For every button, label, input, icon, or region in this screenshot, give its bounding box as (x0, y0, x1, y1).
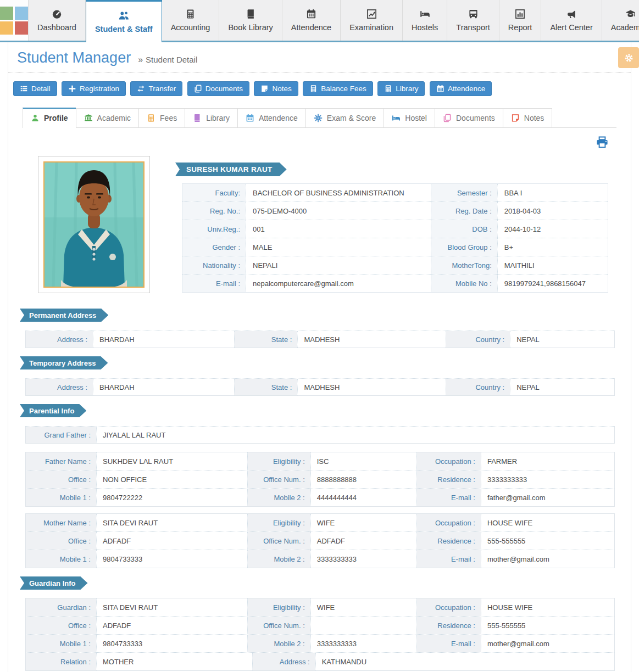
field-label: Eligibility : (247, 598, 310, 616)
nav-item-report[interactable]: Report (499, 0, 542, 41)
line-chart-icon (366, 9, 377, 19)
nav-item-book-library[interactable]: Book Library (219, 0, 282, 41)
field-label: Univ.Reg.: (182, 220, 246, 238)
table-row: Relation : MOTHER Address : KATHMANDU (26, 652, 614, 670)
field-label: Office Num. : (247, 471, 310, 488)
tab-profile[interactable]: Profile (23, 108, 76, 128)
nav-item-alert-center[interactable]: Alert Center (541, 0, 602, 41)
field-label: Nationality : (182, 256, 246, 274)
guardian-info-section: Guardian Info (8, 576, 631, 590)
tab-exam-score[interactable]: Exam & Score (305, 108, 384, 127)
field-label: Gender : (182, 238, 246, 256)
field-label: Occupation : (416, 598, 481, 616)
field-label: Semester : (431, 184, 497, 201)
nav-item-transport[interactable]: Transport (447, 0, 499, 41)
copy-icon (443, 114, 452, 122)
students-icon (119, 10, 129, 21)
field-label: Mobile 2 : (247, 489, 310, 506)
settings-button[interactable] (618, 47, 639, 68)
table-row: Office : ADFADF Office Num. : ADFADF Res… (26, 531, 614, 550)
bed-icon (420, 9, 430, 19)
permanent-address-section: Permanent Address (8, 309, 631, 322)
profile-details: SURESH KUMAR RAUT Faculty: BACHELOR OF B… (175, 156, 608, 293)
breadcrumb: Student Detail (146, 55, 197, 64)
student-info-table: Faculty: BACHELOR OF BUSINESS ADMINISTRA… (182, 183, 608, 293)
field-label: Office Num. : (247, 617, 310, 634)
bank-icon (84, 114, 93, 122)
field-value: nepalcomputercare@gmail.com (246, 275, 431, 292)
tab-academic[interactable]: Academic (76, 108, 138, 127)
field-label: Faculty: (182, 184, 246, 201)
section-ribbon: Parential Info (20, 404, 86, 417)
student-name-ribbon: SURESH KUMAR RAUT (175, 163, 287, 176)
nav-label: Hostels (412, 23, 438, 32)
detail-button[interactable]: Detail (13, 81, 57, 96)
field-value: 2044-10-12 (497, 220, 608, 238)
temporary-address-section: Temporary Address (8, 356, 631, 369)
section-ribbon: Permanent Address (20, 309, 108, 322)
field-value: 555-555555 (481, 617, 614, 634)
nav-item-examination[interactable]: Examination (341, 0, 403, 41)
field-value: 075-DEMO-4000 (246, 202, 431, 220)
nav-item-student-staff[interactable]: Student & Staff (86, 0, 162, 42)
table-row: E-mail : nepalcomputercare@gmail.com Mob… (182, 274, 608, 292)
nav-item-hostels[interactable]: Hostels (403, 0, 447, 41)
section-ribbon: Guardian Info (20, 576, 88, 590)
mother-info-table: Mother Name : SITA DEVI RAUT Eligibility… (25, 513, 615, 568)
field-label: Address : (26, 331, 93, 348)
calculator-icon (309, 85, 318, 93)
tab-hostel[interactable]: Hostel (384, 108, 435, 127)
balance-fees-button[interactable]: Balance Fees (303, 81, 373, 96)
nav-item-academics[interactable]: Academics (602, 0, 639, 41)
field-value: BACHELOR OF BUSINESS ADMINISTRATION (246, 184, 431, 201)
attendence-button[interactable]: Attendence (430, 81, 492, 96)
documents-button[interactable]: Documents (187, 81, 249, 96)
tab-notes[interactable]: Notes (503, 108, 553, 127)
table-row: Univ.Reg.: 001 DOB : 2044-10-12 (182, 220, 608, 238)
book-icon (246, 9, 256, 19)
table-row: Faculty: BACHELOR OF BUSINESS ADMINISTRA… (182, 184, 608, 201)
nav-label: Book Library (228, 23, 273, 32)
library-button[interactable]: Library (377, 81, 425, 96)
tab-library[interactable]: Library (185, 108, 237, 127)
field-label: Mobile No : (431, 275, 497, 292)
field-value: 555-555555 (481, 532, 614, 550)
nav-label: Report (508, 23, 532, 32)
field-value: JIYALAL LAL RAUT (96, 427, 614, 443)
dashboard-icon (52, 9, 62, 19)
field-value: MAITHILI (497, 256, 608, 274)
student-photo (43, 161, 145, 288)
app-logo[interactable] (0, 0, 29, 41)
tab-documents[interactable]: Documents (435, 108, 503, 127)
tab-attendence[interactable]: Attendence (237, 108, 305, 127)
notes-button[interactable]: Notes (254, 81, 298, 96)
nav-label: Examination (349, 23, 393, 32)
table-row: Father Name : SUKHDEV LAL RAUT Eligibili… (26, 452, 614, 470)
registration-button[interactable]: Registration (62, 81, 126, 96)
field-label: Mobile 2 : (247, 635, 310, 652)
transfer-button[interactable]: Transfer (130, 81, 182, 96)
field-value: 4444444444 (310, 489, 416, 506)
tab-fees[interactable]: Fees (138, 108, 185, 127)
nav-item-accounting[interactable]: Accounting (162, 0, 220, 41)
field-label: Address : (252, 653, 315, 670)
app-window: Dashboard Student & Staff Accounting Boo… (0, 0, 639, 672)
list-icon (20, 85, 28, 93)
table-row: Mother Name : SITA DEVI RAUT Eligibility… (26, 514, 614, 531)
nav-item-attendence[interactable]: Attendence (282, 0, 341, 41)
field-value: 001 (246, 220, 431, 238)
field-value: KATHMANDU (315, 653, 425, 670)
bus-icon (468, 9, 479, 19)
nav-item-dashboard[interactable]: Dashboard (29, 0, 86, 41)
calculator-icon (147, 114, 155, 122)
field-value: 9804733333 (96, 635, 247, 652)
print-icon[interactable] (596, 136, 609, 149)
calculator-icon (384, 85, 392, 93)
action-toolbar: Detail Registration Transfer Documents N… (8, 73, 631, 101)
calculator-icon (185, 9, 196, 19)
table-row: Gender : MALE Blood Group : B+ (182, 238, 608, 256)
nav-label: Alert Center (550, 23, 592, 32)
field-label: Mother Name : (26, 514, 96, 531)
field-value: NON OFFICE (96, 471, 247, 488)
field-label: Country : (446, 379, 510, 395)
